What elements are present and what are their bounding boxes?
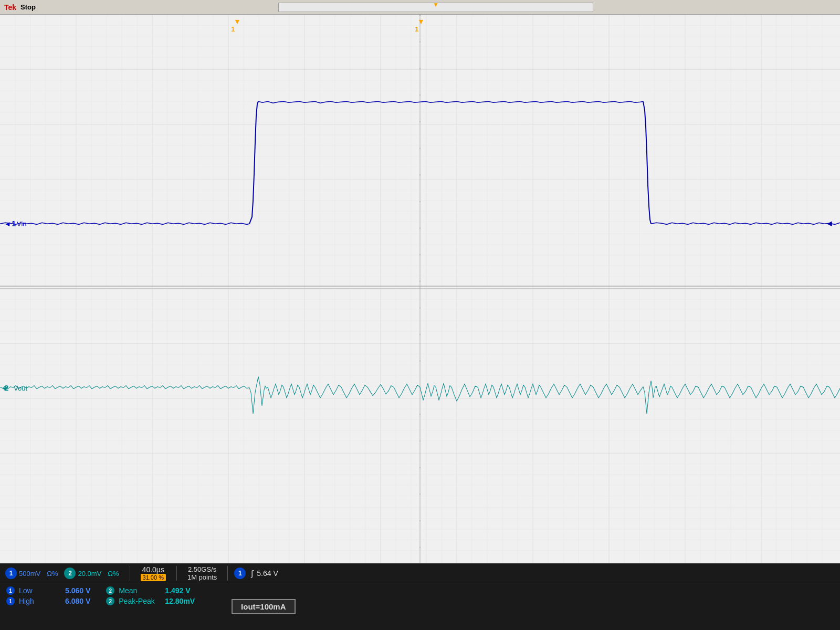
grid-container: ▼ 1 ▼ 1 1 ◄ Vin 2 ◄ Vout ◄ xyxy=(0,15,840,563)
trigger-type-symbol: ʃ xyxy=(251,569,254,579)
ch1-coupling: Ω% xyxy=(47,570,58,578)
trigger-pct: 31.00 % xyxy=(141,574,166,581)
timebase-block: 40.0µs 31.00 % xyxy=(141,565,166,581)
trigger-area: ▼ xyxy=(36,3,836,12)
titlebar: Tek Stop ▼ xyxy=(0,0,840,15)
ch2-coupling: Ω% xyxy=(108,570,119,578)
svg-text:◄: ◄ xyxy=(4,220,11,228)
svg-text:1: 1 xyxy=(12,219,16,228)
trigger-ch-badge: 1 xyxy=(234,568,246,579)
svg-text:◄: ◄ xyxy=(825,218,834,228)
iout-display: Iout=100mA xyxy=(232,599,295,614)
time-div: 40.0µs xyxy=(142,565,164,574)
sample-rate: 2.50GS/s xyxy=(188,565,216,573)
meas-group-ch2: 2 Mean 1.492 V 2 Peak-Peak 12.80mV xyxy=(106,586,195,605)
trigger-level: 5.64 V xyxy=(257,569,278,578)
meas-pp-row: 2 Peak-Peak 12.80mV xyxy=(106,597,195,605)
divider1 xyxy=(130,566,130,581)
svg-text:▼: ▼ xyxy=(234,17,241,26)
meas-mean-value: 1.492 V xyxy=(165,586,190,595)
meas-ch1-dot-high: 1 xyxy=(6,597,15,605)
ch2-label: 2 xyxy=(68,570,72,577)
svg-text:1: 1 xyxy=(415,25,418,33)
trigger-source: 1 xyxy=(238,570,242,577)
meas-pp-value: 12.80mV xyxy=(165,597,195,605)
trigger-position-marker: ▼ xyxy=(433,1,439,8)
divider3 xyxy=(227,566,228,581)
display-area: ▼ 1 ▼ 1 1 ◄ Vin 2 ◄ Vout ◄ xyxy=(0,15,840,563)
ch1-label: 1 xyxy=(9,570,13,577)
meas-low-label: Low xyxy=(19,586,61,595)
sample-rate-block: 2.50GS/s 1M points xyxy=(187,565,217,581)
svg-text:▼: ▼ xyxy=(417,17,425,26)
meas-high-value: 6.080 V xyxy=(65,597,90,605)
meas-mean-label: Mean xyxy=(119,586,161,595)
ch2-scale: 20.0mV xyxy=(78,570,101,578)
measurements-panel: 1 Low 5.060 V 1 High 6.080 V 2 Mean 1.49… xyxy=(0,583,840,630)
trigger-bar: ▼ xyxy=(278,3,593,12)
svg-text:Vout: Vout xyxy=(14,384,27,392)
svg-text:1: 1 xyxy=(231,25,235,33)
tek-logo: Tek xyxy=(4,3,16,12)
divider2 xyxy=(176,566,177,581)
ch1-scale: 500mV xyxy=(19,570,40,578)
svg-text:Vin: Vin xyxy=(17,220,27,228)
iout-label: Iout=100mA xyxy=(241,602,286,611)
sample-points: 1M points xyxy=(187,573,217,581)
meas-pp-label: Peak-Peak xyxy=(119,597,161,605)
meas-mean-row: 2 Mean 1.492 V xyxy=(106,586,195,595)
meas-ch2-dot-pp: 2 xyxy=(106,597,114,605)
meas-low-value: 5.060 V xyxy=(65,586,90,595)
meas-high-row: 1 High 6.080 V xyxy=(6,597,90,605)
run-status: Stop xyxy=(20,3,36,11)
trigger-block: 1 ʃ 5.64 V xyxy=(234,568,278,579)
meas-ch1-dot-low: 1 xyxy=(6,586,15,595)
status-bar: 1 500mV Ω% 2 20.0mV Ω% 40.0µs 31.00 % 2.… xyxy=(0,563,840,583)
meas-group-ch1: 1 Low 5.060 V 1 High 6.080 V xyxy=(6,586,90,605)
svg-text:◄: ◄ xyxy=(1,384,8,392)
ch2-badge: 2 xyxy=(64,568,76,579)
meas-low-row: 1 Low 5.060 V xyxy=(6,586,90,595)
oscilloscope: Tek Stop ▼ xyxy=(0,0,840,630)
waveform-canvas: ▼ 1 ▼ 1 1 ◄ Vin 2 ◄ Vout ◄ xyxy=(0,15,840,563)
meas-high-label: High xyxy=(19,597,61,605)
ch1-badge: 1 xyxy=(5,568,17,579)
meas-ch2-dot-mean: 2 xyxy=(106,586,114,595)
